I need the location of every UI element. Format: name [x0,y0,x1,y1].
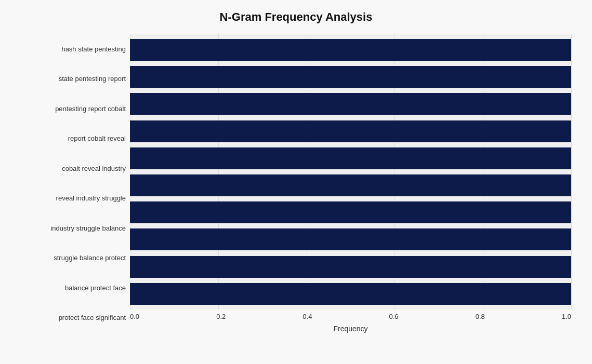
bar [130,147,571,169]
bars-and-xaxis: 0.00.20.40.60.81.0 Frequency [130,34,571,333]
bar [130,120,571,142]
chart-area: hash state pentestingstate pentesting re… [21,34,571,333]
x-tick: 0.8 [476,313,485,320]
bar [130,39,571,61]
x-tick: 1.0 [562,313,571,320]
x-axis: 0.00.20.40.60.81.0 [130,309,571,320]
y-label: reveal industry struggle [56,194,126,203]
bar-row [130,146,571,171]
bar-row [130,64,571,89]
bar [130,228,571,250]
bar-row [130,200,571,225]
x-tick: 0.0 [130,313,139,320]
bar [130,66,571,88]
bar-row [130,37,571,62]
y-label: state pentesting report [59,75,126,83]
y-label: struggle balance protect [54,254,126,262]
bar [130,256,571,278]
y-label: industry struggle balance [50,224,126,233]
bar-row [130,227,571,252]
y-label: hash state pentesting [61,45,126,53]
chart-container: N-Gram Frequency Analysis hash state pen… [0,0,592,364]
y-label: protect face significant [59,314,126,322]
bar [130,201,571,223]
bar-row [130,91,571,116]
chart-title: N-Gram Frequency Analysis [220,10,373,24]
bar-row [130,173,571,198]
y-axis-labels: hash state pentestingstate pentesting re… [21,34,130,333]
bar-row [130,281,571,306]
bar-row [130,119,571,144]
y-label: pentesting report cobalt [55,105,126,113]
bar [130,283,571,305]
bar [130,174,571,196]
x-axis-label: Frequency [130,325,571,333]
x-tick: 0.6 [389,313,399,320]
bars-area [130,34,571,309]
y-label: cobalt reveal industry [62,165,126,173]
bar [130,93,571,115]
x-tick: 0.2 [216,313,226,320]
bar-row [130,254,571,279]
grid-line [571,34,572,309]
y-label: report cobalt reveal [68,134,126,143]
y-label: balance protect face [65,284,126,292]
x-tick: 0.4 [302,313,312,320]
